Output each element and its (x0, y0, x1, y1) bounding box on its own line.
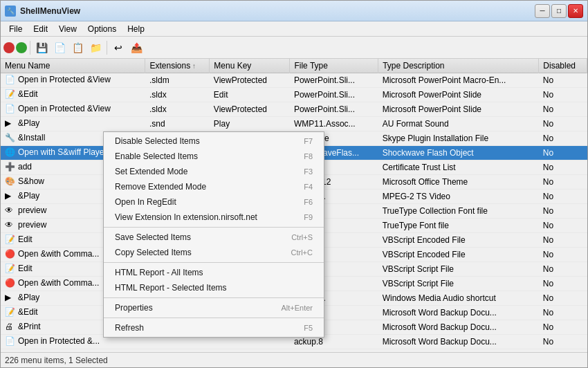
toolbar-undo[interactable]: ↩ (110, 39, 127, 56)
col-menu-key[interactable]: Menu Key (210, 59, 290, 73)
cell-desc: VBScript Script File (378, 277, 539, 291)
cell-disabled: No (539, 335, 587, 349)
cell-disabled: No (539, 277, 587, 291)
context-menu: Disable Selected Items F7 Enable Selecte… (103, 131, 324, 338)
row-icon: 📄 (5, 75, 16, 86)
cell-disabled: No (539, 306, 587, 320)
toolbar-green-circle[interactable] (16, 42, 27, 53)
cell-disabled: No (539, 262, 587, 277)
status-bar: 226 menu items, 1 Selected (1, 352, 587, 367)
cell-desc: VBScript Encoded File (378, 248, 539, 262)
app-icon: 🔧 (5, 6, 16, 17)
context-menu-item[interactable]: Disable Selected Items F7 (104, 134, 324, 149)
cell-key: ViewProtected (210, 73, 290, 88)
cell-disabled: No (539, 146, 587, 160)
toolbar-doc2[interactable]: 📋 (69, 39, 86, 56)
col-file-type[interactable]: File Type (290, 59, 378, 73)
col-menu-name[interactable]: Menu Name (1, 59, 145, 73)
ctx-item-shortcut: F9 (304, 213, 313, 221)
row-icon: 📄 (5, 104, 16, 115)
toolbar-save[interactable]: 💾 (33, 39, 50, 56)
cell-disabled: No (539, 117, 587, 131)
table-row[interactable]: 📄Open in Protected &View .sldx ViewProte… (1, 102, 587, 117)
context-menu-item[interactable]: Open In RegEdit F6 (104, 194, 324, 210)
cell-ext: .sldm (145, 73, 210, 88)
ctx-item-label: Open In RegEdit (115, 197, 176, 207)
menu-file[interactable]: File (3, 23, 28, 35)
ctx-item-label: Refresh (115, 323, 144, 333)
cell-filetype: PowerPoint.Sli... (290, 102, 378, 117)
cell-desc: Microsoft Word Backup Docu... (378, 320, 539, 335)
cell-ext: .sldx (145, 88, 210, 102)
table-row[interactable]: ▶&Play .Assoc... Windows Media Audio/Vid… (1, 349, 587, 353)
cell-ext: .sldx (145, 102, 210, 117)
context-menu-item[interactable]: View Extension In extension.nirsoft.net … (104, 210, 324, 225)
toolbar-red-circle[interactable] (3, 42, 15, 53)
cell-desc: TrueType Collection Font file (378, 204, 539, 219)
table-row[interactable]: ▶&Play .snd Play WMP11.Assoc... AU Forma… (1, 117, 587, 131)
cell-name: ▶&Play (1, 349, 145, 353)
context-menu-separator (104, 262, 324, 263)
cell-desc: Microsoft PowerPoint Macro-En... (378, 73, 539, 88)
toolbar-export[interactable]: 📤 (128, 39, 145, 56)
context-menu-item[interactable]: Refresh F5 (104, 320, 324, 335)
cell-desc: Shockwave Flash Object (378, 146, 539, 160)
main-content: Menu Name Extensions Menu Key File Type … (1, 59, 587, 367)
row-icon: 👁 (5, 220, 16, 231)
context-menu-item[interactable]: Save Selected Items Ctrl+S (104, 230, 324, 245)
context-menu-item[interactable]: Set Extended Mode F3 (104, 164, 324, 179)
cell-desc: VBScript Encoded File (378, 233, 539, 248)
context-menu-item[interactable]: HTML Report - All Items (104, 265, 324, 280)
cell-disabled: No (539, 248, 587, 262)
toolbar: 💾 📄 📋 📁 ↩ 📤 (1, 37, 587, 59)
status-text: 226 menu items, 1 Selected (5, 356, 108, 365)
cell-desc: Microsoft PowerPoint Slide (378, 88, 539, 102)
window-title: ShellMenuView (20, 6, 80, 16)
context-menu-item[interactable]: Enable Selected Items F8 (104, 149, 324, 164)
toolbar-doc1[interactable]: 📄 (51, 39, 68, 56)
row-icon: ➕ (5, 162, 16, 173)
row-icon: 🔴 (5, 249, 16, 260)
row-icon: 🌐 (5, 147, 16, 158)
menu-view[interactable]: View (53, 23, 82, 35)
cell-disabled: No (539, 349, 587, 353)
col-extensions[interactable]: Extensions (145, 59, 210, 73)
cell-disabled: No (539, 320, 587, 335)
cell-desc: Microsoft PowerPoint Slide (378, 102, 539, 117)
cell-ext (145, 349, 210, 353)
menu-options[interactable]: Options (82, 23, 122, 35)
maximize-button[interactable]: □ (551, 4, 567, 18)
toolbar-folder[interactable]: 📁 (87, 39, 104, 56)
row-icon: 📝 (5, 89, 16, 100)
context-menu-item[interactable]: Properties Alt+Enter (104, 300, 324, 315)
ctx-item-shortcut: F7 (304, 137, 313, 145)
cell-key: Edit (210, 88, 290, 102)
table-row[interactable]: 📄Open in Protected &View .sldm ViewProte… (1, 73, 587, 88)
cell-key (210, 349, 290, 353)
context-menu-item[interactable]: Remove Extended Mode F4 (104, 179, 324, 194)
ctx-item-label: Properties (115, 303, 153, 313)
ctx-item-label: Save Selected Items (115, 232, 191, 242)
main-window: 🔧 ShellMenuView ─ □ ✕ File Edit View Opt… (0, 0, 588, 368)
window-controls: ─ □ ✕ (535, 4, 583, 18)
cell-filetype: WMP11.Assoc... (290, 117, 378, 131)
title-bar: 🔧 ShellMenuView ─ □ ✕ (1, 1, 587, 21)
context-menu-item[interactable]: Copy Selected Items Ctrl+C (104, 245, 324, 260)
row-icon: ▶ (5, 118, 16, 129)
context-menu-item[interactable]: HTML Report - Selected Items (104, 280, 324, 295)
close-button[interactable]: ✕ (568, 4, 583, 18)
row-icon: ▶ (5, 351, 16, 352)
cell-name: 📄Open in Protected &View (1, 102, 145, 117)
col-disabled[interactable]: Disabled (539, 59, 587, 73)
cell-disabled: No (539, 219, 587, 233)
col-type-desc[interactable]: Type Description (378, 59, 539, 73)
menu-edit[interactable]: Edit (28, 23, 53, 35)
menu-help[interactable]: Help (122, 23, 150, 35)
ctx-item-shortcut: Alt+Enter (281, 304, 313, 312)
table-row[interactable]: 📝&Edit .sldx Edit PowerPoint.Sli... Micr… (1, 88, 587, 102)
row-icon: 📝 (5, 307, 16, 318)
toolbar-separator-1 (30, 41, 30, 55)
cell-filetype: .Assoc... (290, 349, 378, 353)
row-icon: ▶ (5, 293, 16, 304)
minimize-button[interactable]: ─ (535, 4, 550, 18)
